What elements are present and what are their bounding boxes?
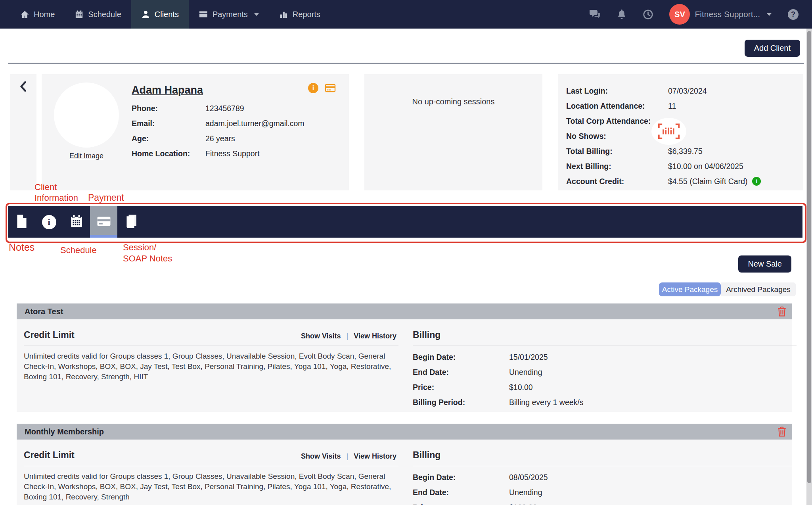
- home-icon: [20, 10, 29, 19]
- client-detail-page: Home Schedule Clients Payments Reports: [0, 0, 812, 505]
- archived-packages-tab[interactable]: Archived Packages: [721, 282, 796, 296]
- delete-package-icon[interactable]: [777, 306, 787, 318]
- user-name: Fitness Support...: [695, 10, 760, 19]
- nav-item-reports[interactable]: Reports: [269, 0, 330, 29]
- chat-icon[interactable]: [589, 9, 601, 19]
- nav-item-label: Reports: [293, 10, 320, 19]
- client-info-panel: Edit Image Adam Hapana i Phone:123456789…: [42, 74, 349, 190]
- nav-item-label: Clients: [155, 10, 179, 19]
- payments-icon: [199, 10, 208, 19]
- account-credit-info-icon[interactable]: i: [752, 177, 761, 186]
- annotation-schedule: Schedule: [60, 245, 97, 255]
- package-title: Atora Test: [17, 307, 63, 316]
- billing-rows: Begin Date:15/01/2025 End Date:Unending …: [413, 353, 584, 413]
- divider: [24, 346, 398, 346]
- divider: [24, 466, 398, 466]
- billing-row: End Date:Unending: [413, 488, 548, 503]
- nav-item-payments[interactable]: Payments: [189, 0, 269, 29]
- client-field-row: Phone:123456789: [132, 104, 304, 119]
- scrollbar-thumb[interactable]: [807, 31, 811, 483]
- nav-item-home[interactable]: Home: [10, 0, 65, 29]
- client-section-tabbar: i: [8, 206, 802, 238]
- billing-heading: Billing: [413, 450, 440, 461]
- package-header: Atora Test: [17, 303, 792, 319]
- nav-right: SV Fitness Support... ?: [589, 0, 812, 29]
- billing-row: Billing Period:Billing every 1 week/s: [413, 398, 584, 413]
- client-stats-panel: Last Login:07/03/2024 Location Attendanc…: [558, 74, 803, 190]
- stat-row: Total Billing:$6,339.75: [566, 147, 799, 162]
- barcode-loading-spinner: [651, 118, 686, 145]
- nav-item-label: Home: [34, 10, 55, 19]
- annotation-session-soap-notes: Session/ SOAP Notes: [123, 242, 172, 264]
- tab-session-soap-notes[interactable]: [117, 206, 145, 238]
- client-field-row: Home Location:Fitness Support: [132, 149, 304, 164]
- stat-row: Next Billing:$10.00 on 04/06/2025: [566, 162, 799, 177]
- package-body: Credit Limit Show Visits|View History Un…: [17, 319, 792, 412]
- tab-client-information[interactable]: i: [35, 206, 63, 238]
- nav-item-label: Schedule: [88, 10, 121, 19]
- chevron-down-icon: [766, 13, 772, 16]
- tab-payment[interactable]: [90, 206, 117, 238]
- calendar-icon: [69, 214, 84, 230]
- credit-card-icon: [96, 215, 111, 229]
- billing-row: Price:$10.00: [413, 383, 584, 398]
- book-icon: [124, 214, 138, 230]
- client-name-link[interactable]: Adam Hapana: [132, 84, 203, 96]
- top-navbar: Home Schedule Clients Payments Reports: [0, 0, 812, 29]
- annotation-payment: Payment: [88, 192, 124, 203]
- client-field-row: Age:26 years: [132, 134, 304, 149]
- clock-icon[interactable]: [643, 9, 653, 20]
- view-history-link[interactable]: View History: [354, 452, 396, 460]
- show-visits-link[interactable]: Show Visits: [301, 332, 341, 340]
- chevron-down-icon: [254, 13, 259, 16]
- avatar: SV: [669, 4, 690, 25]
- tab-notes[interactable]: [8, 206, 35, 238]
- info-icon: i: [42, 215, 56, 229]
- client-header-icons: i: [308, 83, 336, 93]
- show-visits-link[interactable]: Show Visits: [301, 452, 341, 460]
- view-history-link[interactable]: View History: [354, 332, 396, 340]
- client-field-row: Email:adam.joel.turner@gmail.com: [132, 119, 304, 134]
- help-icon[interactable]: ?: [788, 9, 799, 20]
- divider: [413, 346, 797, 346]
- client-fields: Phone:123456789 Email:adam.joel.turner@g…: [132, 104, 304, 164]
- package-credits-text: Unlimited credits valid for Groups class…: [24, 471, 401, 502]
- billing-row: Begin Date:08/05/2025: [413, 473, 548, 488]
- billing-heading: Billing: [413, 330, 440, 340]
- billing-row: Price:$100.00: [413, 503, 548, 505]
- nav-item-schedule[interactable]: Schedule: [65, 0, 131, 29]
- edit-image-link[interactable]: Edit Image: [54, 152, 119, 160]
- divider: [413, 466, 797, 466]
- tab-schedule[interactable]: [63, 206, 90, 238]
- stat-row: Account Credit: $4.55 (Claim Gift Card)i: [566, 177, 799, 192]
- nav-left: Home Schedule Clients Payments Reports: [0, 0, 330, 29]
- client-billing-card-icon[interactable]: [325, 83, 336, 93]
- document-icon: [15, 214, 28, 230]
- divider: [8, 63, 804, 64]
- new-sale-button[interactable]: New Sale: [738, 255, 791, 273]
- package-links: Show Visits|View History: [24, 332, 396, 340]
- barcode-icon: [658, 123, 680, 140]
- person-icon: [141, 10, 150, 19]
- nav-item-label: Payments: [213, 10, 248, 19]
- upcoming-sessions-panel: No up-coming sessions: [364, 74, 542, 190]
- no-sessions-message: No up-coming sessions: [364, 97, 542, 106]
- package-header: Monthly Membership: [17, 424, 792, 440]
- add-client-button[interactable]: Add Client: [745, 40, 800, 57]
- active-packages-tab[interactable]: Active Packages: [659, 282, 721, 296]
- billing-rows: Begin Date:08/05/2025 End Date:Unending …: [413, 473, 548, 505]
- annotation-notes: Notes: [9, 242, 34, 253]
- package-links: Show Visits|View History: [24, 452, 396, 461]
- package-body: Credit Limit Show Visits|View History Un…: [17, 440, 792, 505]
- chevron-left-icon[interactable]: [18, 81, 29, 94]
- bar-chart-icon: [279, 10, 288, 19]
- page-scrollbar[interactable]: [806, 29, 812, 505]
- bell-icon[interactable]: [617, 9, 627, 19]
- stat-row: Location Attendance:11: [566, 102, 799, 117]
- client-info-icon[interactable]: i: [308, 83, 318, 93]
- nav-item-clients[interactable]: Clients: [131, 0, 189, 29]
- delete-package-icon[interactable]: [777, 426, 787, 438]
- stat-row: Last Login:07/03/2024: [566, 86, 799, 102]
- annotation-client-information: Client Information: [34, 182, 78, 203]
- user-menu[interactable]: SV Fitness Support...: [669, 4, 772, 25]
